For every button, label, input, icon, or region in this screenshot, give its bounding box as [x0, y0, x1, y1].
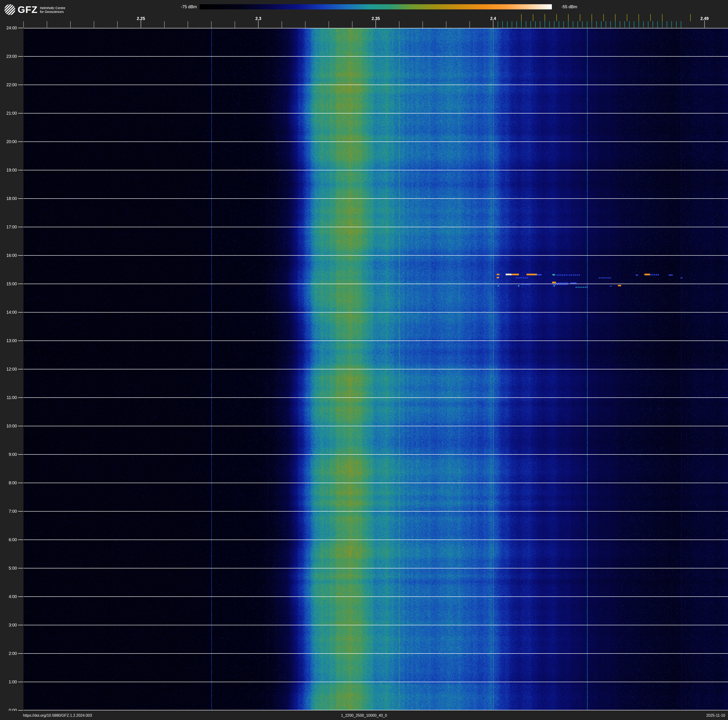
freq-grid-tick	[211, 21, 212, 28]
time-tick-dash	[18, 198, 23, 199]
time-label: 18:00	[2, 196, 17, 201]
freq-grid-tick	[141, 20, 141, 28]
ble-channel-tick	[563, 21, 564, 28]
wifi-channel-tick	[650, 14, 651, 21]
time-label: 23:00	[2, 54, 17, 59]
freq-grid-tick	[117, 21, 118, 28]
freq-tick-label: 2.25	[130, 16, 151, 21]
time-tick-dash	[18, 170, 23, 170]
time-tick-dash	[18, 28, 23, 28]
ble-channel-tick	[676, 21, 677, 28]
freq-grid-tick	[376, 20, 376, 28]
ble-channel-tick	[624, 21, 625, 28]
freq-tick-label: 2.4	[483, 16, 504, 21]
freq-grid-tick	[94, 21, 94, 28]
dataset-filename: 1_2200_2500_10000_40_0	[0, 713, 728, 718]
freq-grid-tick	[446, 21, 447, 28]
wifi-channel-tick	[592, 14, 592, 21]
wifi-channel-tick	[603, 14, 604, 21]
ble-channel-tick	[531, 21, 531, 28]
time-label: 4:00	[2, 594, 17, 599]
freq-grid-tick	[704, 20, 705, 28]
time-label: 11:00	[2, 395, 17, 400]
freq-grid-tick	[329, 21, 329, 28]
freq-grid-tick	[493, 20, 493, 28]
time-label: 15:00	[2, 282, 17, 286]
time-label: 10:00	[2, 424, 17, 428]
ble-channel-tick	[512, 21, 512, 28]
ble-channel-tick	[648, 21, 648, 28]
spectrogram-page: GFZ Helmholtz Centre for Geosciences -75…	[0, 0, 728, 720]
time-tick-dash	[18, 568, 23, 568]
wifi-channel-tick	[615, 14, 615, 21]
wifi-channel-tick	[662, 14, 662, 21]
freq-grid-tick	[258, 20, 258, 28]
wifi-channel-tick	[627, 14, 627, 21]
ble-channel-tick	[578, 21, 578, 28]
time-label: 19:00	[2, 168, 17, 173]
colorbar-gradient	[200, 4, 552, 9]
time-tick-dash	[18, 454, 23, 455]
time-tick-dash	[18, 397, 23, 398]
time-label: 24:00	[2, 26, 17, 30]
wifi-channel-tick	[639, 14, 639, 21]
freq-grid-tick	[399, 21, 399, 28]
time-label: 8:00	[2, 481, 17, 485]
ble-channel-tick	[667, 21, 667, 28]
ble-channel-tick	[587, 21, 587, 28]
time-label: 13:00	[2, 339, 17, 343]
ble-channel-tick	[596, 21, 597, 28]
time-tick-dash	[18, 84, 23, 85]
time-tick-dash	[18, 56, 23, 57]
time-tick-dash	[18, 483, 23, 483]
freq-tick-label: 2.49	[694, 16, 715, 21]
freq-grid-tick	[47, 21, 47, 28]
time-tick-dash	[18, 369, 23, 369]
freq-grid-tick	[235, 21, 235, 28]
time-tick-dash	[18, 113, 23, 113]
ble-channel-tick	[601, 21, 601, 28]
ble-channel-tick	[606, 21, 606, 28]
ble-channel-tick	[498, 21, 498, 28]
ble-channel-tick	[634, 21, 634, 28]
ble-channel-tick	[671, 21, 672, 28]
freq-grid-tick	[352, 21, 352, 28]
ble-channel-tick	[507, 21, 508, 28]
wifi-channel-tick	[690, 14, 691, 21]
footer: https://doi.org/10.5880/GFZ.1.2.2024.003…	[0, 711, 728, 720]
time-tick-dash	[18, 227, 23, 227]
time-tick-dash	[18, 283, 23, 284]
ble-channel-tick	[643, 21, 644, 28]
colorbar-max-label: -55 dBm	[561, 5, 577, 9]
ble-channel-tick	[615, 21, 615, 28]
ble-channel-tick	[502, 21, 503, 28]
ble-channel-tick	[610, 21, 611, 28]
wifi-channel-tick	[568, 14, 569, 21]
time-label: 2:00	[2, 651, 17, 656]
ble-channel-tick	[592, 21, 592, 28]
freq-tick-label: 2.35	[365, 16, 386, 21]
time-label: 20:00	[2, 139, 17, 144]
ble-channel-tick	[516, 21, 517, 28]
ble-channel-tick	[540, 21, 540, 28]
time-tick-dash	[18, 340, 23, 341]
ble-channel-tick	[544, 21, 545, 28]
time-label: 9:00	[2, 452, 17, 457]
time-label: 6:00	[2, 538, 17, 542]
time-label: 12:00	[2, 367, 17, 372]
wifi-channel-tick	[544, 14, 545, 21]
time-label: 21:00	[2, 111, 17, 116]
freq-grid-tick	[422, 21, 423, 28]
time-tick-dash	[18, 255, 23, 256]
time-label: 3:00	[2, 623, 17, 627]
time-tick-dash	[18, 653, 23, 654]
wifi-channel-tick	[533, 14, 533, 21]
date-label: 2025-11-10	[706, 713, 725, 718]
ble-channel-tick	[653, 21, 653, 28]
time-tick-dash	[18, 141, 23, 142]
freq-grid-tick	[23, 21, 24, 28]
ble-channel-tick	[535, 21, 536, 28]
ble-channel-tick	[554, 21, 554, 28]
ble-channel-tick	[526, 21, 526, 28]
wifi-channel-tick	[521, 14, 522, 21]
